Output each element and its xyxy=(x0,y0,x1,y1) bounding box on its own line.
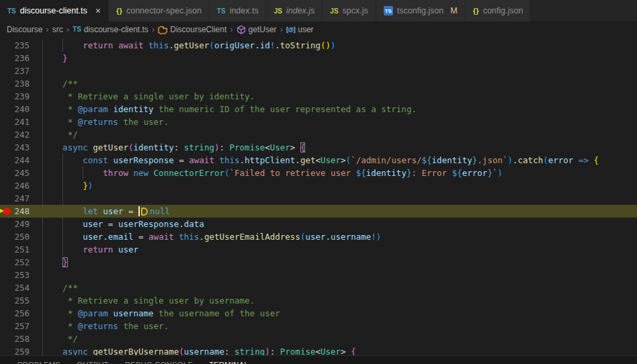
tab-config.json[interactable]: {}config.json xyxy=(466,0,532,21)
close-icon[interactable]: × xyxy=(95,6,101,15)
line-number[interactable]: 250 xyxy=(12,230,30,243)
code-line-239[interactable]: 239 * Retrieve a single user by identity… xyxy=(0,90,637,103)
tab-index.ts[interactable]: TSindex.ts xyxy=(210,0,267,21)
code-line-249[interactable]: 249 user = userResponse.data xyxy=(0,218,637,230)
breadcrumb-label: getUser xyxy=(249,25,277,34)
gutter-glyph-margin xyxy=(0,281,12,294)
line-number[interactable]: 240 xyxy=(12,103,30,116)
code-text: return user xyxy=(42,243,138,256)
gutter-glyph-margin xyxy=(0,345,12,355)
code-line-258[interactable]: 258 */ xyxy=(0,332,637,345)
code-line-250[interactable]: 250 user.email = await this.getUserEmail… xyxy=(0,230,637,243)
tab-discourse-client.ts[interactable]: TSdiscourse-client.ts× xyxy=(0,0,109,21)
code-line-253[interactable]: 253 xyxy=(0,269,637,281)
line-number[interactable]: 246 xyxy=(12,179,30,192)
breadcrumb-separator-icon: › xyxy=(66,24,70,34)
panel-tab-bar: PROBLEMSOUTPUTDEBUG CONSOLETERMINAL xyxy=(0,356,637,364)
indent-guide xyxy=(62,192,63,205)
breadcrumb-label: src xyxy=(52,25,63,34)
code-line-252[interactable]: 252 } xyxy=(0,256,637,269)
gutter-glyph-margin xyxy=(0,39,12,52)
code-line-245[interactable]: 245 throw new ConnectorError(`Failed to … xyxy=(0,167,637,179)
code-line-247[interactable]: 247 xyxy=(0,192,637,205)
line-number[interactable]: 236 xyxy=(12,52,30,64)
line-number[interactable]: 256 xyxy=(12,307,30,320)
breakpoint-icon[interactable] xyxy=(3,208,11,215)
code-line-235[interactable]: 235 return await this.getUser(origUser.i… xyxy=(0,39,637,52)
panel-tab-output[interactable]: OUTPUT xyxy=(71,361,114,364)
line-number[interactable]: 254 xyxy=(12,281,30,294)
breadcrumb-separator-icon: › xyxy=(151,24,155,34)
code-line-241[interactable]: 241 * @returns the user. xyxy=(0,116,637,128)
line-number[interactable]: 243 xyxy=(12,141,30,154)
code-line-240[interactable]: 240 * @param identity the numeric ID of … xyxy=(0,103,637,116)
gutter-glyph-margin xyxy=(0,294,12,307)
breadcrumb-item-Discourse[interactable]: Discourse xyxy=(7,25,42,34)
tab-label: connector-spec.json xyxy=(126,6,202,15)
gutter-glyph-margin xyxy=(0,307,12,320)
lightbulb-icon[interactable] xyxy=(141,208,148,216)
line-number[interactable]: 244 xyxy=(12,154,30,167)
line-number[interactable]: 247 xyxy=(12,192,30,205)
code-line-248[interactable]: 248 let user = null xyxy=(0,205,637,218)
code-text: * Retrieve a single user by identity. xyxy=(42,90,255,103)
code-line-236[interactable]: 236 } xyxy=(0,52,637,64)
line-number[interactable]: 258 xyxy=(12,332,30,345)
tab-label: tsconfig.json xyxy=(397,6,443,15)
code-line-251[interactable]: 251 return user xyxy=(0,243,637,256)
code-text: */ xyxy=(42,128,78,141)
breadcrumb-item-DiscourseClient[interactable]: DiscourseClient xyxy=(158,25,226,34)
gutter-glyph-margin xyxy=(0,256,12,269)
line-number[interactable]: 235 xyxy=(12,39,30,52)
line-number[interactable]: 248 xyxy=(12,205,30,218)
tab-index.js[interactable]: JSindex.js xyxy=(267,0,323,21)
gutter-glyph-margin xyxy=(0,141,12,154)
code-text: /** xyxy=(42,77,78,90)
panel-tab-problems[interactable]: PROBLEMS xyxy=(12,361,66,364)
js-file-icon: JS xyxy=(274,7,282,15)
tab-label: index.js xyxy=(286,6,314,15)
line-number[interactable]: 257 xyxy=(12,320,30,332)
line-number[interactable]: 253 xyxy=(12,269,30,281)
code-line-246[interactable]: 246 }) xyxy=(0,179,637,192)
breadcrumb-item-discourse-client.ts[interactable]: TSdiscourse-client.ts xyxy=(73,25,148,34)
line-number[interactable]: 255 xyxy=(12,294,30,307)
line-number[interactable]: 245 xyxy=(12,167,30,179)
line-number[interactable]: 241 xyxy=(12,116,30,128)
line-number[interactable]: 249 xyxy=(12,218,30,230)
ts-file-icon: TS xyxy=(217,7,226,15)
line-number[interactable]: 237 xyxy=(12,64,30,77)
code-line-238[interactable]: 238 /** xyxy=(0,77,637,90)
code-line-256[interactable]: 256 * @param username the username of th… xyxy=(0,307,637,320)
code-line-259[interactable]: 259 async getUserByUsername(username: st… xyxy=(0,345,637,355)
line-number[interactable]: 238 xyxy=(12,77,30,90)
tab-label: index.ts xyxy=(230,6,259,15)
editor-tab-bar: TSdiscourse-client.ts×{}connector-spec.j… xyxy=(0,0,637,21)
code-line-254[interactable]: 254 /** xyxy=(0,281,637,294)
code-text: } xyxy=(42,52,68,64)
breadcrumb-item-src[interactable]: src xyxy=(52,25,63,34)
tab-connector-spec.json[interactable]: {}connector-spec.json xyxy=(109,0,210,21)
panel-tab-debug-console[interactable]: DEBUG CONSOLE xyxy=(120,361,198,364)
code-line-257[interactable]: 257 * @returns the user. xyxy=(0,320,637,332)
code-line-242[interactable]: 242 */ xyxy=(0,128,637,141)
code-line-255[interactable]: 255 * Retrieve a single user by username… xyxy=(0,294,637,307)
line-number[interactable]: 251 xyxy=(12,243,30,256)
line-number[interactable]: 252 xyxy=(12,256,30,269)
breadcrumb-item-user[interactable]: [@]user xyxy=(286,25,314,34)
tab-tsconfig.json[interactable]: TStsconfig.jsonM xyxy=(376,0,466,21)
code-line-237[interactable]: 237 xyxy=(0,64,637,77)
debug-current-line-arrow-icon xyxy=(0,208,4,214)
tab-spcx.js[interactable]: JSspcx.js xyxy=(323,0,376,21)
tab-label: spcx.js xyxy=(343,6,368,15)
code-line-243[interactable]: 243 async getUser(identity: string): Pro… xyxy=(0,141,637,154)
breadcrumb-item-getUser[interactable]: getUser xyxy=(237,25,277,34)
line-number[interactable]: 239 xyxy=(12,90,30,103)
line-number[interactable]: 242 xyxy=(12,128,30,141)
breadcrumb-separator-icon: › xyxy=(45,24,49,34)
indent-guide xyxy=(42,192,43,205)
code-line-244[interactable]: 244 const userResponse = await this.http… xyxy=(0,154,637,167)
panel-tab-terminal[interactable]: TERMINAL xyxy=(204,361,254,364)
line-number[interactable]: 259 xyxy=(12,345,30,355)
code-editor[interactable]: 235 return await this.getUser(origUser.i… xyxy=(0,37,637,355)
